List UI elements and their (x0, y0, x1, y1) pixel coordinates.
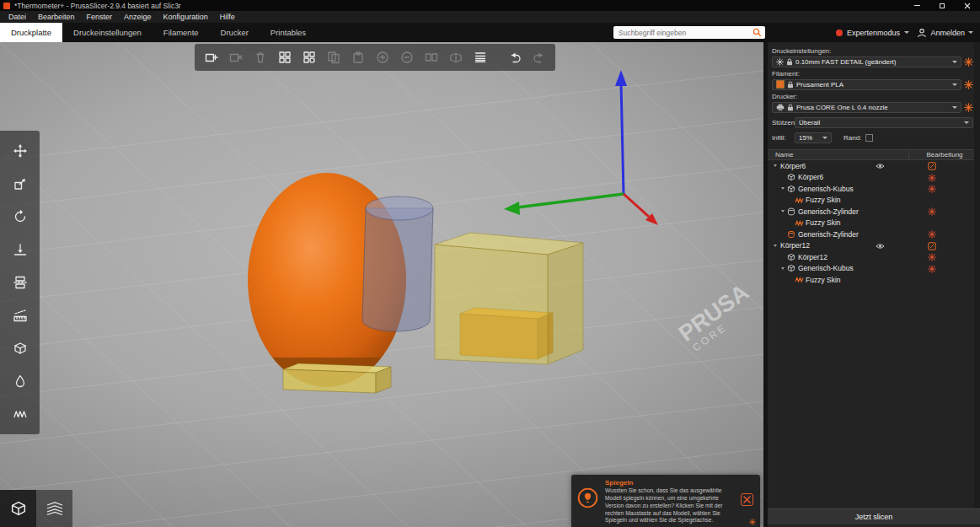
eye-icon[interactable] (876, 163, 885, 169)
tree-row-körper6[interactable]: Körper6 (768, 160, 980, 172)
settings-gear-icon[interactable] (928, 207, 936, 216)
tree-row-körper12[interactable]: Körper12 (768, 251, 980, 263)
fuzzy-skin-tool-button[interactable] (8, 402, 33, 426)
variable-layer-height-button[interactable] (469, 46, 491, 68)
arrange-settings-button[interactable] (297, 46, 320, 68)
filament-label: Filament: (772, 70, 973, 78)
rotate-tool-button[interactable] (8, 205, 33, 229)
notification-settings-icon[interactable] (749, 519, 756, 525)
supports-combo[interactable]: Überall (795, 117, 973, 128)
tree-row-fuzzy-skin[interactable]: Fuzzy Skin (768, 195, 980, 207)
paint-supports-tool-button[interactable] (8, 336, 33, 360)
edit-object-icon[interactable] (928, 162, 936, 170)
tree-row-generisch-kubus[interactable]: Generisch-Kubus (768, 183, 980, 195)
add-button[interactable] (200, 46, 222, 68)
search-input[interactable] (619, 29, 752, 37)
caret-down-icon[interactable] (779, 187, 786, 190)
object-list-header: Name Bearbeitung (768, 149, 980, 160)
minimize-button[interactable] (904, 0, 929, 11)
tree-row-körper6[interactable]: Körper6 (768, 172, 980, 184)
panel-scrollbar[interactable] (974, 42, 980, 508)
print-settings-value: 0.10mm FAST DETAIL (geändert) (795, 58, 950, 66)
mode-selector[interactable]: Expertenmodus (836, 23, 909, 42)
object-list: Name Bearbeitung Körper6Körper6Generisch… (768, 149, 980, 286)
brim-checkbox[interactable] (865, 134, 873, 142)
model-cylinder[interactable] (362, 196, 433, 331)
bed-logo: PRUSA CORE (674, 279, 760, 355)
menu-bearbeiten[interactable]: Bearbeiten (32, 11, 81, 23)
maximize-button[interactable] (929, 0, 955, 11)
menu-fenster[interactable]: Fenster (81, 11, 119, 23)
settings-gear-icon[interactable] (928, 174, 936, 182)
close-button[interactable] (955, 0, 980, 11)
edit-object-icon[interactable] (928, 242, 936, 250)
menu-anzeige[interactable]: Anzeige (118, 11, 158, 23)
arrange-button[interactable] (273, 46, 296, 68)
view-3d-editor-button[interactable] (0, 490, 36, 527)
search-icon[interactable] (752, 28, 762, 37)
menubar: DateiBearbeitenFensterAnzeigeKonfigurati… (0, 11, 980, 23)
filament-edit-gear-icon[interactable] (964, 80, 973, 89)
filament-value: Prusament PLA (796, 81, 950, 89)
slice-now-button[interactable]: Jetzt slicen (768, 508, 980, 524)
print-settings-edit-gear-icon[interactable] (964, 57, 973, 67)
caret-down-icon[interactable] (779, 210, 786, 212)
tree-row-generisch-kubus[interactable]: Generisch-Kubus (768, 263, 980, 275)
column-bearbeitung: Bearbeitung (908, 150, 980, 159)
print-settings-combo[interactable]: 0.10mm FAST DETAIL (geändert) (772, 56, 961, 67)
measure-tool-button[interactable] (8, 304, 33, 327)
view-preview-button[interactable] (36, 490, 72, 527)
cut-tool-button[interactable] (8, 271, 33, 294)
print-settings-label: Druckeinstellungen: (772, 47, 973, 55)
move-tool-button[interactable] (8, 139, 33, 163)
seam-tool-button[interactable] (8, 369, 33, 393)
caret-down-icon[interactable] (772, 245, 779, 247)
printer-value: Prusa CORE One L 0.4 nozzle (796, 104, 950, 111)
infill-combo[interactable]: 15% (795, 132, 832, 143)
tab-filamente[interactable]: Filamente (153, 23, 210, 42)
tab-druckeinstellungen[interactable]: Druckeinstellungen (62, 23, 153, 42)
filament-color-swatch (776, 80, 785, 89)
tab-drucker[interactable]: Drucker (210, 23, 260, 42)
eye-icon[interactable] (876, 243, 885, 250)
profile-gear-icon (776, 58, 784, 66)
model-box[interactable] (435, 233, 583, 364)
filament-combo[interactable]: Prusament PLA (772, 79, 961, 90)
tree-row-fuzzy-skin[interactable]: Fuzzy Skin (768, 274, 980, 286)
menu-konfiguration[interactable]: Konfiguration (158, 11, 214, 23)
tab-list: DruckplatteDruckeinstellungenFilamenteDr… (0, 23, 317, 42)
settings-gear-icon[interactable] (928, 185, 936, 193)
printer-icon (776, 104, 785, 111)
notification-close-button[interactable] (741, 493, 753, 506)
model-modifier-box-small[interactable] (283, 363, 391, 393)
viewport[interactable]: PRUSA CORE (0, 42, 763, 527)
chevron-down-icon (968, 31, 973, 34)
printer-edit-gear-icon[interactable] (964, 103, 973, 112)
menu-datei[interactable]: Datei (3, 11, 32, 23)
right-panel: Druckeinstellungen: 0.10mm FAST DETAIL (… (768, 42, 980, 527)
chevron-down-icon (822, 137, 827, 139)
login-button[interactable]: Anmelden (917, 23, 973, 42)
mode-label: Expertenmodus (847, 29, 900, 37)
tree-row-generisch-zylinder[interactable]: Generisch-Zylinder (768, 229, 980, 240)
tab-druckplatte[interactable]: Druckplatte (0, 23, 62, 42)
tree-row-generisch-zylinder[interactable]: Generisch-Zylinder (768, 206, 980, 218)
tree-row-fuzzy-skin[interactable]: Fuzzy Skin (768, 218, 980, 229)
caret-down-icon[interactable] (772, 164, 779, 167)
user-icon (917, 28, 927, 38)
printer-combo[interactable]: Prusa CORE One L 0.4 nozzle (772, 102, 961, 113)
fuzzy-icon (794, 276, 804, 283)
search-box[interactable] (613, 26, 765, 39)
caret-down-icon[interactable] (779, 267, 786, 270)
scene-3d[interactable]: PRUSA CORE (0, 42, 763, 527)
settings-gear-icon[interactable] (928, 265, 936, 273)
menu-hilfe[interactable]: Hilfe (214, 11, 241, 23)
tabbar: DruckplatteDruckeinstellungenFilamenteDr… (0, 23, 980, 42)
settings-gear-icon[interactable] (928, 230, 936, 239)
undo-button[interactable] (503, 46, 526, 68)
place-on-face-tool-button[interactable] (8, 238, 33, 261)
settings-gear-icon[interactable] (928, 253, 936, 261)
tab-printables[interactable]: Printables (260, 23, 317, 42)
scale-tool-button[interactable] (8, 172, 33, 196)
tree-row-körper12[interactable]: Körper12 (768, 240, 980, 252)
